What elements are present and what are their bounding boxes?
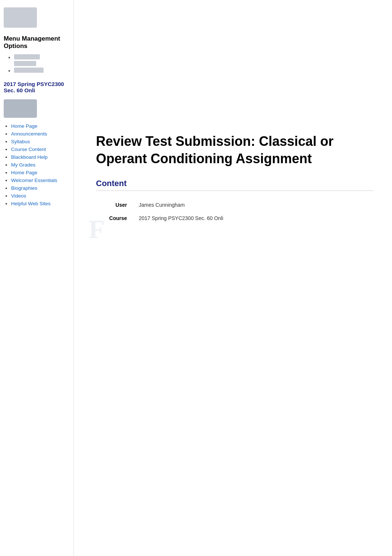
menu-item-placeholder-1	[14, 54, 40, 59]
nav-list-item: Biographies	[11, 185, 70, 191]
nav-link[interactable]: Blackboard Help	[11, 154, 48, 160]
nav-link[interactable]: My Grades	[11, 162, 35, 168]
nav-link[interactable]: Home Page	[11, 123, 37, 129]
content-row-label: User	[96, 198, 133, 212]
course-image	[4, 99, 37, 118]
table-row: Course2017 Spring PSYC2300 Sec. 60 Onli	[96, 212, 374, 225]
list-item	[14, 68, 70, 73]
nav-list-item: Course Content	[11, 146, 70, 152]
nav-list-item: Helpful Web Sites	[11, 200, 70, 206]
nav-list: Home PageAnnouncementsSyllabusCourse Con…	[4, 123, 70, 206]
main-content: F Review Test Submission: Classical or O…	[74, 0, 392, 556]
page-title: Review Test Submission: Classical or Ope…	[96, 133, 374, 168]
nav-list-item: Home Page	[11, 169, 70, 175]
nav-list-item: Videos	[11, 193, 70, 199]
content-section-title: Content	[96, 179, 374, 191]
menu-management-title: Menu Management Options	[4, 35, 70, 50]
list-item	[14, 54, 70, 66]
table-row: UserJames Cunningham	[96, 198, 374, 212]
sidebar-logo	[4, 7, 37, 28]
menu-item-placeholder-3	[14, 68, 44, 73]
nav-list-item: Home Page	[11, 123, 70, 129]
nav-link[interactable]: Helpful Web Sites	[11, 201, 51, 206]
content-row-value: James Cunningham	[133, 198, 374, 212]
nav-link[interactable]: Home Page	[11, 170, 37, 175]
nav-link[interactable]: Welcome/ Essentials	[11, 178, 57, 183]
course-title-link[interactable]: 2017 Spring PSYC2300 Sec. 60 Onli	[4, 81, 70, 93]
content-row-value: 2017 Spring PSYC2300 Sec. 60 Onli	[133, 212, 374, 225]
content-table: UserJames CunninghamCourse2017 Spring PS…	[96, 198, 374, 225]
nav-list-item: Blackboard Help	[11, 154, 70, 160]
menu-item-placeholder-2	[14, 61, 36, 66]
content-row-label: Course	[96, 212, 133, 225]
nav-link[interactable]: Syllabus	[11, 139, 30, 144]
sidebar: Menu Management Options 2017 Spring PSYC…	[0, 0, 74, 556]
menu-management-list	[4, 54, 70, 73]
nav-link[interactable]: Videos	[11, 193, 26, 199]
nav-list-item: Welcome/ Essentials	[11, 177, 70, 183]
nav-list-item: Announcements	[11, 131, 70, 137]
nav-list-item: My Grades	[11, 162, 70, 168]
nav-link[interactable]: Course Content	[11, 147, 46, 152]
nav-link[interactable]: Biographies	[11, 185, 37, 191]
nav-list-item: Syllabus	[11, 138, 70, 144]
nav-link[interactable]: Announcements	[11, 131, 47, 137]
